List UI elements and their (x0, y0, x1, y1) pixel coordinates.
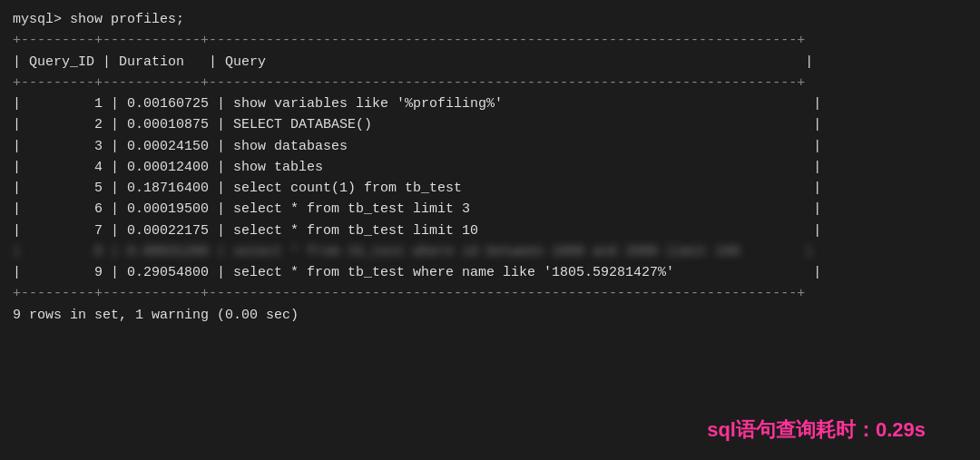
header-row: | Query_ID | Duration | Query | (13, 52, 967, 73)
table-row: | 1 | 0.00160725 | show variables like '… (13, 93, 967, 114)
prompt-line: mysql> show profiles; (13, 9, 967, 30)
separator-top: +---------+------------+----------------… (13, 30, 967, 51)
table-row: | 6 | 0.00019500 | select * from tb_test… (13, 199, 967, 220)
table-row: | 3 | 0.00024150 | show databases | (13, 136, 967, 157)
blurred-row: | 8 | 0.00031200 | select * from tb_test… (13, 241, 967, 262)
separator-mid: +---------+------------+----------------… (13, 73, 967, 93)
table-row: | 4 | 0.00012400 | show tables | (13, 157, 967, 178)
table-row: | 2 | 0.00010875 | SELECT DATABASE() | (13, 114, 967, 135)
table-row: | 9 | 0.29054800 | select * from tb_test… (13, 262, 967, 283)
annotation-label: sql语句查询耗时：0.29s (707, 416, 926, 444)
table-row: | 5 | 0.18716400 | select count(1) from … (13, 178, 967, 199)
separator-bottom: +---------+------------+----------------… (13, 283, 967, 304)
terminal: mysql> show profiles; +---------+-------… (0, 0, 980, 460)
table-row: | 7 | 0.00022175 | select * from tb_test… (13, 220, 967, 241)
footer-line: 9 rows in set, 1 warning (0.00 sec) (13, 305, 967, 326)
